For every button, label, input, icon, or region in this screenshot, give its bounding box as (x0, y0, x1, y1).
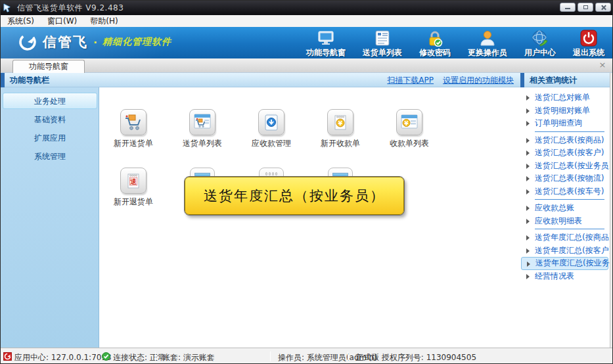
receivables-icon (258, 109, 284, 135)
triangle-icon (526, 235, 530, 240)
accent-bar (1, 73, 5, 87)
nav-item-extensions[interactable]: 扩展应用 (3, 130, 97, 147)
close-icon (601, 5, 606, 11)
status-separator (348, 352, 348, 361)
triangle-icon (527, 262, 530, 267)
receipt-new-icon: ¥ (327, 109, 353, 135)
svg-text:¥: ¥ (405, 120, 409, 127)
report-link-business-status[interactable]: 经营情况表 (520, 270, 610, 283)
change-password-button[interactable]: 修改密码 (415, 29, 455, 58)
tab-nav-window[interactable]: 功能导航窗 (12, 60, 85, 73)
power-icon (580, 30, 597, 47)
related-reports-panel: 送货汇总对账单 送货明细对账单 订单明细查询 送货汇总表(按商品) 送货汇总表(… (520, 87, 610, 348)
status-separator (96, 352, 97, 361)
scan-download-app-link[interactable]: 扫描下载APP (387, 73, 434, 87)
shortcut-new-delivery-note[interactable]: 新开送货单 (107, 109, 160, 149)
report-link-summary-by-customer[interactable]: 送货汇总表(按客户) (520, 147, 610, 160)
tab-strip: 功能导航窗 × (1, 58, 613, 73)
lock-icon (426, 30, 443, 47)
delivery-list-button[interactable]: 送货单列表 (359, 29, 406, 58)
nav-window-button[interactable]: 功能导航窗 (302, 29, 350, 58)
left-panel-header: 功能导航栏 (1, 73, 99, 87)
triangle-icon (526, 219, 530, 224)
shortcut-new-return-note[interactable]: 退 新开退货单 (107, 168, 160, 208)
close-button[interactable] (595, 3, 611, 12)
cart-list-icon (189, 109, 216, 135)
report-link-receivables-detail[interactable]: 应收款明细表 (520, 215, 610, 228)
restore-icon (583, 5, 588, 9)
user-switch-icon (479, 30, 496, 47)
divider (535, 199, 604, 200)
report-link-receivables-ledger[interactable]: 应收款总账 (520, 202, 610, 215)
shortcut-receipt-list[interactable]: ¥ 收款单列表 (383, 109, 436, 149)
brand-logo-icon (18, 32, 37, 52)
triangle-icon (526, 248, 530, 254)
report-link-delivery-summary-statement[interactable]: 送货汇总对账单 (520, 91, 610, 104)
status-connection: 连接状态: 正常 (113, 352, 166, 363)
title-bar: 信管飞送货单软件 V9.2.483 (1, 1, 613, 15)
restore-button[interactable] (578, 3, 593, 12)
report-link-annual-summary-by-product[interactable]: 送货年度汇总(按商品) (520, 231, 610, 244)
report-link-summary-by-product[interactable]: 送货汇总表(按商品) (520, 134, 610, 147)
status-app-center: 应用中心: 127.0.0.1:7093 (14, 352, 112, 363)
receipt-icon (264, 172, 279, 176)
app-center-icon (3, 352, 12, 361)
menu-system[interactable]: 系统(S) (1, 15, 41, 27)
report-link-summary-by-vehicle[interactable]: 送货汇总表(按车号) (520, 185, 610, 198)
window-title: 信管飞送货单软件 V9.2.483 (17, 3, 124, 14)
brand: 信管飞 · 精细化管理软件 (18, 32, 171, 52)
window-controls (560, 3, 611, 12)
center-panel-header: 扫描下载APP 设置启用的功能模块 (99, 73, 520, 87)
nav-item-business[interactable]: 业务处理 (3, 93, 97, 109)
report-link-summary-by-salesman[interactable]: 送货汇总表(按业务员) (520, 160, 610, 173)
tab-close-icon[interactable]: × (598, 60, 607, 70)
svg-text:退: 退 (130, 178, 137, 185)
shortcut-label: 应收款管理 (245, 138, 298, 149)
tooltip-delivery-annual-summary: 送货年度汇总（按业务员） (185, 177, 404, 215)
globe-icon (532, 30, 549, 47)
divider (535, 229, 604, 229)
main-panel: 新开送货单 送货单列表 (99, 87, 520, 348)
right-gutter (610, 73, 613, 348)
return-receipt-icon: 退 (120, 168, 147, 194)
triangle-icon (526, 189, 530, 194)
menu-help[interactable]: 帮助(H) (83, 15, 124, 27)
svg-text:¥: ¥ (338, 120, 343, 127)
report-link-order-detail-query[interactable]: 订单明细查询 (520, 117, 610, 130)
triangle-icon (526, 150, 530, 156)
nav-item-basic-data[interactable]: 基础资料 (3, 112, 97, 128)
nav-item-system-mgmt[interactable]: 系统管理 (3, 148, 97, 165)
status-bar: 应用中心: 127.0.0.1:7093 连接状态: 正常 账套: 演示账套 操… (1, 348, 613, 364)
triangle-icon (526, 274, 530, 279)
exit-system-button[interactable]: 退出系统 (569, 29, 608, 58)
configure-modules-link[interactable]: 设置启用的功能模块 (443, 73, 514, 87)
minimize-button[interactable] (560, 3, 576, 12)
switch-operator-button[interactable]: 更换操作员 (464, 29, 511, 58)
triangle-icon (526, 95, 530, 101)
shortcut-new-receipt[interactable]: ¥ 新开收款单 (314, 109, 367, 149)
header-band: 信管飞 · 精细化管理软件 功能导航窗 (1, 27, 613, 58)
status-separator (270, 352, 271, 361)
accent-bar (520, 73, 524, 87)
shortcut-delivery-note-list[interactable]: 送货单列表 (176, 109, 229, 149)
cart-new-icon (120, 109, 147, 135)
menu-window[interactable]: 窗口(W) (41, 15, 83, 27)
brand-name: 信管飞 (43, 33, 88, 51)
report-link-summary-by-logistics[interactable]: 送货汇总表(按物流) (520, 172, 610, 185)
report-link-delivery-detail-statement[interactable]: 送货明细对账单 (520, 104, 610, 118)
report-link-annual-summary-by-customer[interactable]: 送货年度汇总(按客户) (520, 244, 610, 258)
right-panel-title: 相关查询统计 (530, 73, 577, 87)
shortcut-label: 送货单列表 (176, 138, 229, 149)
report-link-annual-summary-by-salesman[interactable]: 送货年度汇总(按业务员) (521, 257, 608, 270)
user-center-button[interactable]: 用户中心 (520, 29, 560, 58)
minimize-icon (565, 8, 570, 9)
menu-bar: 系统(S) 窗口(W) 帮助(H) (1, 15, 613, 27)
left-panel-title: 功能导航栏 (10, 73, 49, 87)
brand-separator: · (93, 36, 97, 49)
receipt-list-icon: ¥ (396, 109, 422, 135)
triangle-icon (526, 164, 530, 169)
divider (535, 131, 604, 132)
shortcut-receivables-mgmt[interactable]: 应收款管理 (245, 109, 298, 149)
header-toolbar: 功能导航窗 送货单列表 (302, 29, 608, 58)
shortcut-label: 新开收款单 (314, 138, 367, 149)
